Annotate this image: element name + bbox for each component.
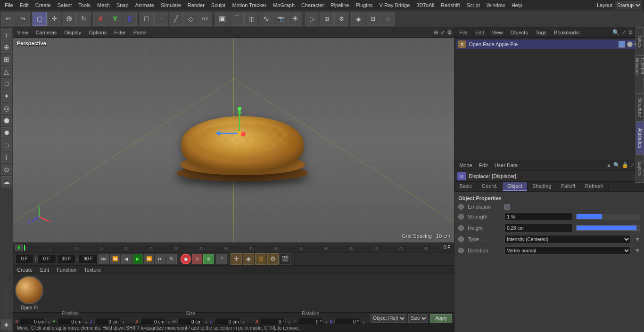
vtab-takes[interactable]: Takes (636, 27, 644, 56)
tab-shading[interactable]: Shading (528, 182, 556, 191)
asset-view[interactable]: View (489, 29, 506, 36)
object-mode-button[interactable]: □ (140, 12, 154, 26)
rotate-tool-button[interactable]: ↻ (76, 12, 91, 26)
render-picture-button[interactable]: ⊞ (320, 12, 334, 26)
menu-vray[interactable]: V-Ray Bridge (377, 1, 413, 9)
key-button[interactable]: ◈ (243, 253, 254, 265)
tab-object[interactable]: Object (503, 182, 528, 191)
go-to-end-button[interactable]: ⏭ (155, 254, 165, 264)
direction-select[interactable]: Vertex normal X Y Z (504, 246, 631, 255)
uvw-mode-button[interactable]: UV (198, 12, 212, 26)
sidebar-btn-11[interactable]: ⌇ (1, 152, 12, 163)
menu-plugins[interactable]: Plugins (353, 1, 375, 9)
end-frame-input[interactable] (57, 255, 76, 263)
vp-menu-options[interactable]: Options (87, 29, 108, 36)
size-mode-select[interactable]: Size (408, 314, 428, 323)
undo-button[interactable]: ↩ (1, 12, 15, 26)
sidebar-btn-13[interactable]: ☁ (1, 176, 12, 187)
menu-snap[interactable]: Snap (114, 1, 132, 9)
scale-tool-button[interactable]: ⊕ (62, 12, 76, 26)
sidebar-btn-9[interactable]: ⬢ (1, 127, 12, 138)
attr-mode[interactable]: Mode (457, 162, 474, 169)
add-camera-button[interactable]: 📷 (273, 12, 288, 26)
strength-dot[interactable] (458, 214, 464, 219)
move-tool-button[interactable]: ✛ (47, 12, 61, 26)
menu-animate[interactable]: Animate (132, 1, 157, 9)
vp-menu-display[interactable]: Display (62, 29, 83, 36)
vtab-layers[interactable]: Layers (636, 154, 644, 183)
menu-script[interactable]: Script (464, 1, 483, 9)
menu-character[interactable]: Character (298, 1, 327, 9)
edges-mode-button[interactable]: ╱ (169, 12, 183, 26)
bp-menu-create[interactable]: Create (15, 267, 34, 273)
sidebar-btn-8[interactable]: ⬟ (1, 115, 12, 126)
settings-icon[interactable]: ⚙ (628, 29, 633, 36)
vtab-attributes[interactable]: Attributes (636, 121, 644, 154)
menu-select[interactable]: Select (55, 1, 75, 9)
orange-play-button[interactable]: ⊞ (255, 253, 266, 265)
attr-icon-lock[interactable]: 🔒 (622, 162, 628, 168)
vp-menu-cameras[interactable]: Cameras (34, 29, 59, 36)
height-slider[interactable] (576, 225, 640, 231)
direction-dot[interactable] (458, 248, 464, 253)
menu-create[interactable]: Create (33, 1, 54, 9)
menu-file[interactable]: File (2, 1, 16, 9)
attr-icon-arrow-up[interactable]: ▲ (606, 162, 611, 168)
vp-menu-view[interactable]: View (15, 29, 30, 36)
select-tool-button[interactable]: ▢ (33, 12, 47, 26)
sidebar-btn-4[interactable]: △ (1, 66, 12, 77)
step-back-button[interactable]: ⏪ (110, 254, 120, 264)
direction-dropdown-arrow[interactable]: ▼ (635, 247, 640, 254)
timeline-bar[interactable]: 0 5 10 15 20 25 30 35 40 45 50 55 60 65 (24, 244, 441, 251)
attr-userdata[interactable]: User Data (493, 162, 520, 169)
motion-track-button[interactable]: ✛ (231, 253, 242, 265)
z-axis-button[interactable]: Z (123, 12, 137, 26)
start-frame-input[interactable] (37, 255, 56, 263)
film-button[interactable]: 🎬 (280, 253, 291, 265)
tab-refresh[interactable]: Refresh (580, 182, 609, 191)
loop-button[interactable]: ↻ (166, 254, 177, 264)
coord-mode-select[interactable]: Object (Rel) World (371, 314, 406, 323)
menu-mograph[interactable]: MoGraph (270, 1, 297, 9)
strength-input[interactable] (504, 212, 572, 221)
height-dot[interactable] (458, 225, 464, 231)
timeline-ruler[interactable]: ▮ 0 5 10 15 20 25 30 35 40 45 50 55 (13, 243, 454, 252)
tab-coord[interactable]: Coord. (477, 182, 503, 191)
strength-slider[interactable] (576, 214, 640, 219)
orange-settings-button[interactable]: ⚙ (267, 253, 279, 265)
add-deform-button[interactable]: ∿ (259, 12, 273, 26)
go-to-start-button[interactable]: ⏮ (99, 254, 109, 264)
play-back-button[interactable]: ◀ (121, 254, 132, 264)
emulation-dot[interactable] (458, 204, 464, 210)
sidebar-btn-3[interactable]: ⊞ (1, 54, 12, 65)
menu-pipeline[interactable]: Pipeline (328, 1, 352, 9)
sidebar-btn-1[interactable]: ↕ (1, 29, 12, 40)
menu-tools[interactable]: Tools (75, 1, 93, 9)
layout-select[interactable]: Startup (615, 1, 642, 9)
alt-end-frame-input[interactable] (79, 255, 98, 263)
render-view-button[interactable]: ▷ (305, 12, 319, 26)
attr-icon-expand[interactable]: ⤢ (630, 162, 635, 168)
vtab-content-browser[interactable]: Content Browser (636, 56, 644, 93)
3d-viewport[interactable]: X Y Z Perspective Grid Spacing : 10 cm (13, 38, 454, 243)
menu-mesh[interactable]: Mesh (94, 1, 113, 9)
tab-falloff[interactable]: Falloff (556, 182, 580, 191)
attr-edit[interactable]: Edit (477, 162, 490, 169)
menu-window[interactable]: Window (484, 1, 508, 9)
vp-menu-filter[interactable]: Filter (112, 29, 127, 36)
record-button[interactable]: ⏺ (181, 254, 191, 264)
menu-redshift[interactable]: Redshift (438, 1, 462, 9)
vp-icon-move[interactable]: ⊕ (434, 29, 438, 36)
vp-menu-panel[interactable]: Panel (132, 29, 149, 36)
menu-3dtoall[interactable]: 3DToAll (413, 1, 437, 9)
vp-icon-expand[interactable]: ⤢ (440, 29, 445, 36)
current-frame-input[interactable] (15, 255, 34, 263)
play-forward-button[interactable]: ▶ (132, 254, 143, 264)
points-mode-button[interactable]: · (154, 12, 168, 26)
add-nurbs-button[interactable]: ◫ (244, 12, 258, 26)
view-wire-button[interactable]: ⊟ (366, 12, 380, 26)
bp-menu-function[interactable]: Function (55, 267, 78, 273)
tab-basic[interactable]: Basic (454, 182, 477, 191)
sidebar-btn-6[interactable]: ✦ (1, 90, 12, 102)
bp-menu-texture[interactable]: Texture (82, 267, 103, 273)
